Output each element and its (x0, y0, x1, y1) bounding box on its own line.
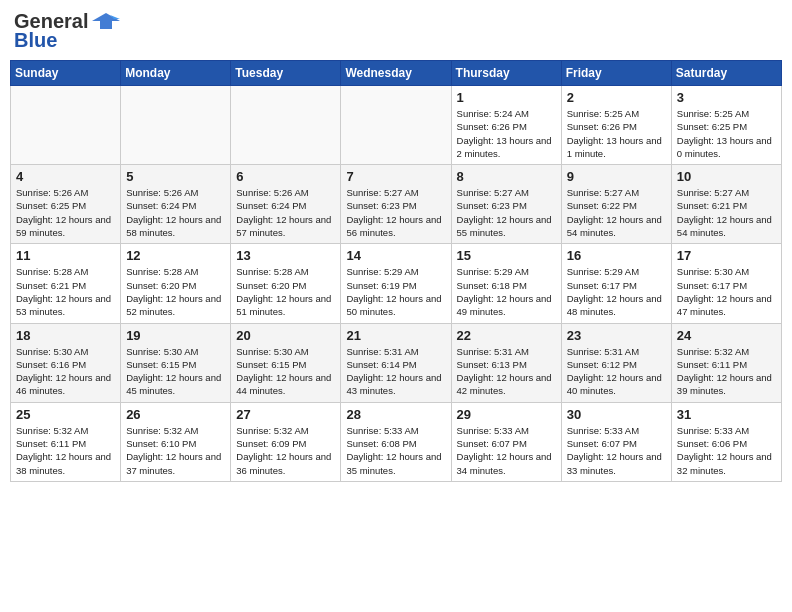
calendar-cell: 28Sunrise: 5:33 AMSunset: 6:08 PMDayligh… (341, 402, 451, 481)
calendar-cell: 17Sunrise: 5:30 AMSunset: 6:17 PMDayligh… (671, 244, 781, 323)
day-info: Sunrise: 5:26 AMSunset: 6:24 PMDaylight:… (126, 186, 225, 239)
calendar-cell: 20Sunrise: 5:30 AMSunset: 6:15 PMDayligh… (231, 323, 341, 402)
day-info: Sunrise: 5:30 AMSunset: 6:16 PMDaylight:… (16, 345, 115, 398)
day-number: 1 (457, 90, 556, 105)
day-info: Sunrise: 5:30 AMSunset: 6:15 PMDaylight:… (126, 345, 225, 398)
calendar-cell: 16Sunrise: 5:29 AMSunset: 6:17 PMDayligh… (561, 244, 671, 323)
day-number: 24 (677, 328, 776, 343)
calendar-cell: 8Sunrise: 5:27 AMSunset: 6:23 PMDaylight… (451, 165, 561, 244)
calendar-cell: 26Sunrise: 5:32 AMSunset: 6:10 PMDayligh… (121, 402, 231, 481)
day-info: Sunrise: 5:28 AMSunset: 6:20 PMDaylight:… (236, 265, 335, 318)
day-info: Sunrise: 5:27 AMSunset: 6:23 PMDaylight:… (457, 186, 556, 239)
day-info: Sunrise: 5:29 AMSunset: 6:18 PMDaylight:… (457, 265, 556, 318)
day-number: 5 (126, 169, 225, 184)
svg-marker-0 (92, 13, 120, 29)
day-number: 26 (126, 407, 225, 422)
day-number: 17 (677, 248, 776, 263)
day-info: Sunrise: 5:25 AMSunset: 6:25 PMDaylight:… (677, 107, 776, 160)
calendar-cell: 23Sunrise: 5:31 AMSunset: 6:12 PMDayligh… (561, 323, 671, 402)
weekday-header-friday: Friday (561, 61, 671, 86)
day-number: 21 (346, 328, 445, 343)
day-info: Sunrise: 5:29 AMSunset: 6:17 PMDaylight:… (567, 265, 666, 318)
day-info: Sunrise: 5:30 AMSunset: 6:15 PMDaylight:… (236, 345, 335, 398)
day-number: 6 (236, 169, 335, 184)
day-number: 18 (16, 328, 115, 343)
day-number: 31 (677, 407, 776, 422)
calendar-cell: 11Sunrise: 5:28 AMSunset: 6:21 PMDayligh… (11, 244, 121, 323)
day-number: 30 (567, 407, 666, 422)
weekday-header-thursday: Thursday (451, 61, 561, 86)
calendar-cell (11, 86, 121, 165)
calendar-cell: 25Sunrise: 5:32 AMSunset: 6:11 PMDayligh… (11, 402, 121, 481)
calendar-cell: 22Sunrise: 5:31 AMSunset: 6:13 PMDayligh… (451, 323, 561, 402)
day-number: 11 (16, 248, 115, 263)
day-number: 15 (457, 248, 556, 263)
day-info: Sunrise: 5:27 AMSunset: 6:22 PMDaylight:… (567, 186, 666, 239)
day-number: 10 (677, 169, 776, 184)
calendar-cell: 19Sunrise: 5:30 AMSunset: 6:15 PMDayligh… (121, 323, 231, 402)
day-number: 22 (457, 328, 556, 343)
calendar-cell: 6Sunrise: 5:26 AMSunset: 6:24 PMDaylight… (231, 165, 341, 244)
day-info: Sunrise: 5:33 AMSunset: 6:08 PMDaylight:… (346, 424, 445, 477)
day-number: 13 (236, 248, 335, 263)
day-info: Sunrise: 5:29 AMSunset: 6:19 PMDaylight:… (346, 265, 445, 318)
day-info: Sunrise: 5:26 AMSunset: 6:24 PMDaylight:… (236, 186, 335, 239)
calendar-cell: 15Sunrise: 5:29 AMSunset: 6:18 PMDayligh… (451, 244, 561, 323)
day-info: Sunrise: 5:28 AMSunset: 6:21 PMDaylight:… (16, 265, 115, 318)
day-info: Sunrise: 5:27 AMSunset: 6:23 PMDaylight:… (346, 186, 445, 239)
calendar-week-1: 1Sunrise: 5:24 AMSunset: 6:26 PMDaylight… (11, 86, 782, 165)
calendar-cell: 2Sunrise: 5:25 AMSunset: 6:26 PMDaylight… (561, 86, 671, 165)
day-info: Sunrise: 5:33 AMSunset: 6:07 PMDaylight:… (567, 424, 666, 477)
calendar-cell: 3Sunrise: 5:25 AMSunset: 6:25 PMDaylight… (671, 86, 781, 165)
calendar-cell: 4Sunrise: 5:26 AMSunset: 6:25 PMDaylight… (11, 165, 121, 244)
logo-blue: Blue (14, 29, 57, 52)
weekday-header-monday: Monday (121, 61, 231, 86)
day-info: Sunrise: 5:32 AMSunset: 6:09 PMDaylight:… (236, 424, 335, 477)
calendar-cell: 24Sunrise: 5:32 AMSunset: 6:11 PMDayligh… (671, 323, 781, 402)
day-info: Sunrise: 5:31 AMSunset: 6:12 PMDaylight:… (567, 345, 666, 398)
day-number: 27 (236, 407, 335, 422)
day-info: Sunrise: 5:27 AMSunset: 6:21 PMDaylight:… (677, 186, 776, 239)
day-number: 19 (126, 328, 225, 343)
calendar-cell: 5Sunrise: 5:26 AMSunset: 6:24 PMDaylight… (121, 165, 231, 244)
page-header: General Blue (10, 10, 782, 52)
day-number: 29 (457, 407, 556, 422)
day-info: Sunrise: 5:26 AMSunset: 6:25 PMDaylight:… (16, 186, 115, 239)
day-info: Sunrise: 5:31 AMSunset: 6:14 PMDaylight:… (346, 345, 445, 398)
day-number: 9 (567, 169, 666, 184)
calendar-week-4: 18Sunrise: 5:30 AMSunset: 6:16 PMDayligh… (11, 323, 782, 402)
day-info: Sunrise: 5:24 AMSunset: 6:26 PMDaylight:… (457, 107, 556, 160)
logo: General Blue (14, 10, 120, 52)
day-number: 23 (567, 328, 666, 343)
day-info: Sunrise: 5:32 AMSunset: 6:11 PMDaylight:… (16, 424, 115, 477)
calendar-cell: 27Sunrise: 5:32 AMSunset: 6:09 PMDayligh… (231, 402, 341, 481)
day-info: Sunrise: 5:30 AMSunset: 6:17 PMDaylight:… (677, 265, 776, 318)
weekday-header-wednesday: Wednesday (341, 61, 451, 86)
calendar-cell: 13Sunrise: 5:28 AMSunset: 6:20 PMDayligh… (231, 244, 341, 323)
calendar-cell: 1Sunrise: 5:24 AMSunset: 6:26 PMDaylight… (451, 86, 561, 165)
weekday-header-sunday: Sunday (11, 61, 121, 86)
calendar-cell: 7Sunrise: 5:27 AMSunset: 6:23 PMDaylight… (341, 165, 451, 244)
day-info: Sunrise: 5:28 AMSunset: 6:20 PMDaylight:… (126, 265, 225, 318)
calendar-cell: 9Sunrise: 5:27 AMSunset: 6:22 PMDaylight… (561, 165, 671, 244)
calendar-table: SundayMondayTuesdayWednesdayThursdayFrid… (10, 60, 782, 482)
calendar-cell: 14Sunrise: 5:29 AMSunset: 6:19 PMDayligh… (341, 244, 451, 323)
calendar-header-row: SundayMondayTuesdayWednesdayThursdayFrid… (11, 61, 782, 86)
day-number: 12 (126, 248, 225, 263)
day-info: Sunrise: 5:25 AMSunset: 6:26 PMDaylight:… (567, 107, 666, 160)
calendar-week-3: 11Sunrise: 5:28 AMSunset: 6:21 PMDayligh… (11, 244, 782, 323)
day-number: 25 (16, 407, 115, 422)
calendar-cell: 31Sunrise: 5:33 AMSunset: 6:06 PMDayligh… (671, 402, 781, 481)
day-number: 28 (346, 407, 445, 422)
day-info: Sunrise: 5:33 AMSunset: 6:06 PMDaylight:… (677, 424, 776, 477)
calendar-cell: 18Sunrise: 5:30 AMSunset: 6:16 PMDayligh… (11, 323, 121, 402)
calendar-cell: 29Sunrise: 5:33 AMSunset: 6:07 PMDayligh… (451, 402, 561, 481)
day-info: Sunrise: 5:32 AMSunset: 6:11 PMDaylight:… (677, 345, 776, 398)
day-info: Sunrise: 5:33 AMSunset: 6:07 PMDaylight:… (457, 424, 556, 477)
calendar-cell (121, 86, 231, 165)
calendar-cell: 30Sunrise: 5:33 AMSunset: 6:07 PMDayligh… (561, 402, 671, 481)
day-number: 7 (346, 169, 445, 184)
day-number: 20 (236, 328, 335, 343)
day-info: Sunrise: 5:31 AMSunset: 6:13 PMDaylight:… (457, 345, 556, 398)
calendar-week-5: 25Sunrise: 5:32 AMSunset: 6:11 PMDayligh… (11, 402, 782, 481)
